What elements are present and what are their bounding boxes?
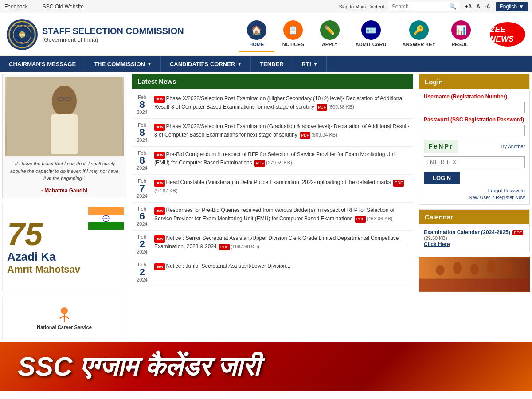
news-text[interactable]: newNotice : Senior Secretariat Assistant… [154, 234, 411, 250]
pdf-icon[interactable]: PDF [254, 160, 265, 167]
login-button[interactable]: LOGIN [424, 172, 460, 184]
main-nav-rti[interactable]: RTI▼ [293, 56, 327, 72]
news-item: Feb62024newResponses for Pre-Bid Queries… [132, 203, 413, 231]
register-link[interactable]: New User ? Register Now [469, 195, 525, 200]
nav-icon-result[interactable]: 📊RESULT [443, 17, 479, 52]
bottom-banner-text: SSC एग्जाम कैलेंडर जारी [18, 351, 514, 382]
left-sidebar: "If I have the belief that I can do it, … [0, 72, 129, 342]
login-links: Forgot Password New User ? Register Now [424, 188, 525, 200]
news-date: Feb82024 [134, 122, 150, 143]
nav-icon-notices[interactable]: 📋NOTICES [274, 17, 312, 52]
file-size: (609.94 KB) [311, 132, 337, 137]
news-text[interactable]: newPhase X/2022/Selection Post Examinati… [154, 122, 411, 139]
news-text[interactable]: newHead Constable (Ministerial) in Delhi… [154, 178, 411, 195]
login-body: Username (Registration Number) Password … [419, 89, 529, 204]
news-item: Feb22024newNotice : Junior Secretariat A… [132, 258, 413, 286]
password-input[interactable] [424, 125, 525, 136]
news-year: 2024 [134, 110, 150, 115]
pdf-icon[interactable]: PDF [219, 244, 230, 251]
news-year: 2024 [134, 165, 150, 171]
search-input[interactable] [389, 3, 447, 11]
captcha-input[interactable] [424, 156, 525, 168]
new-badge: new [154, 152, 165, 159]
news-item: Feb22024newNotice : Senior Secretariat A… [132, 231, 413, 258]
nav-icon-home-icon: 🏠 [247, 20, 266, 40]
font-large-btn[interactable]: +A [464, 3, 473, 10]
pdf-icon: PDF [512, 230, 523, 235]
news-item: Feb82024newPhase X/2022/Selection Post E… [132, 91, 413, 119]
news-year: 2024 [134, 249, 150, 254]
exam-calendar-link[interactable]: Examination Calendar (2024-2025) [424, 229, 510, 235]
new-badge: new [154, 96, 165, 103]
language-selector[interactable]: English ▼ [496, 2, 528, 11]
news-text[interactable]: newResponses for Pre-Bid Queries receive… [154, 206, 411, 223]
news-day: 8 [134, 100, 150, 110]
font-small-btn[interactable]: -A [483, 3, 492, 10]
top-bar: Feedback | SSC Old Website Skip to Main … [0, 0, 532, 13]
calendar-size: (29.50 KB) [424, 235, 525, 241]
azadi-number: 75 [7, 218, 43, 250]
svg-point-22 [61, 307, 68, 314]
ncs-name: National Career Service [37, 325, 92, 330]
org-name: STAFF SELECTION COMMISSION (Government o… [42, 26, 184, 43]
search-box: 🔍 [389, 2, 459, 11]
svg-rect-13 [88, 207, 124, 215]
calendar-box: Calendar Examination Calendar (2024-2025… [419, 209, 530, 252]
pdf-icon[interactable]: PDF [317, 104, 327, 111]
search-button[interactable]: 🔍 [447, 2, 459, 11]
news-date: Feb72024 [134, 178, 150, 199]
quote-author: - Mahatma Gandhi [5, 186, 124, 196]
news-year: 2024 [134, 277, 150, 282]
ncs-box: National Career Service [2, 296, 126, 340]
banner-image [419, 257, 530, 292]
news-date: Feb22024 [134, 234, 150, 254]
svg-rect-8 [51, 114, 78, 154]
new-badge: new [154, 235, 165, 243]
news-item: Feb82024newPre-Bid Corrigendum in respec… [132, 147, 413, 175]
news-text[interactable]: newNotice : Junior Secretariat Assistant… [154, 262, 411, 270]
skip-main-link[interactable]: Skip to Main Content [339, 4, 384, 9]
nav-icon-apply-label: APPLY [322, 42, 338, 47]
font-medium-btn[interactable]: A [475, 3, 481, 10]
click-here-link[interactable]: Click Here [424, 241, 450, 247]
pdf-icon[interactable]: PDF [393, 180, 404, 187]
news-text[interactable]: newPhase X/2022/Selection Post Examinati… [154, 94, 411, 111]
nav-icon-admit_card-icon: 🪪 [361, 20, 381, 40]
nav-icon-answer_key[interactable]: 🔑ANSWER KEY [394, 17, 443, 52]
main-nav: CHAIRMAN'S MESSAGETHE COMMISSION▼CANDIDA… [0, 56, 532, 72]
captcha-display: FeNPr [424, 140, 458, 153]
nav-icon-apply-icon: ✏️ [320, 20, 340, 40]
nav-icon-admit_card-label: ADMIT CARD [356, 42, 387, 47]
main-nav-chairman-s-message[interactable]: CHAIRMAN'S MESSAGE [0, 56, 85, 72]
pdf-icon[interactable]: PDF [355, 216, 366, 223]
bottom-banner: SSC एग्जाम कैलेंडर जारी [0, 342, 532, 391]
header-logo: STAFF SELECTION COMMISSION SSC STAFF SEL… [7, 19, 184, 50]
nav-icon-apply[interactable]: ✏️APPLY [312, 17, 348, 52]
top-bar-left: Feedback | SSC Old Website [4, 4, 84, 10]
news-date: Feb82024 [134, 94, 150, 115]
main-nav-the-commission[interactable]: THE COMMISSION▼ [85, 56, 161, 72]
old-website-link[interactable]: SSC Old Website [43, 4, 84, 10]
pdf-icon[interactable]: PDF [300, 132, 310, 139]
news-day: 8 [134, 128, 150, 137]
file-size: (279.59 KB) [266, 160, 292, 165]
header: STAFF SELECTION COMMISSION SSC STAFF SEL… [0, 13, 532, 56]
feedback-link[interactable]: Feedback [4, 4, 28, 10]
news-date: Feb62024 [134, 206, 150, 227]
svg-point-28 [470, 264, 478, 275]
main-nav-tender[interactable]: TENDER [251, 56, 293, 72]
calendar-body: Examination Calendar (2024-2025) PDF (29… [419, 224, 529, 252]
font-controls: +A A -A [464, 3, 492, 10]
forgot-password-link[interactable]: Forgot Password [488, 188, 525, 193]
nav-icon-home[interactable]: 🏠HOME [239, 17, 274, 52]
news-item: Feb72024newHead Constable (Ministerial) … [132, 175, 413, 203]
username-input[interactable] [424, 102, 525, 113]
login-header: Login [419, 74, 529, 89]
news-text[interactable]: newPre-Bid Corrigendum in respect of RFP… [154, 150, 411, 167]
try-another-link[interactable]: Try Another [462, 144, 525, 149]
main-nav-candidate-s-corner[interactable]: CANDIDATE'S CORNER▼ [161, 56, 251, 72]
nav-icon-result-icon: 📊 [451, 20, 471, 40]
right-sidebar: Login Username (Registration Number) Pas… [417, 72, 532, 342]
nav-icon-admit_card[interactable]: 🪪ADMIT CARD [348, 17, 395, 52]
svg-text:COMMISSION: COMMISSION [16, 42, 29, 44]
